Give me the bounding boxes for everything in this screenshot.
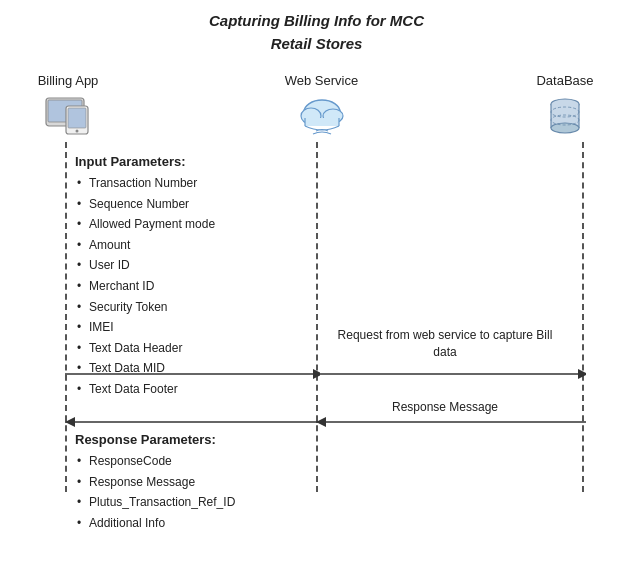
arrow-db-to-ws xyxy=(316,414,586,430)
response-params-list: ResponseCode Response Message Plutus_Tra… xyxy=(75,451,295,533)
database-icon xyxy=(543,94,587,138)
sequence-diagram: Input Parameters: Transaction Number Seq… xyxy=(0,142,633,492)
actor-webservice-label: Web Service xyxy=(285,73,358,88)
arrow-ws-to-db xyxy=(316,366,586,382)
actors-row: Billing App Web Service xyxy=(0,73,633,138)
page: Capturing Billing Info for MCC Retail St… xyxy=(0,0,633,565)
svg-marker-23 xyxy=(65,417,75,427)
list-item: IMEI xyxy=(75,317,295,338)
actor-database: DataBase xyxy=(515,73,615,138)
list-item: Text Data Footer xyxy=(75,379,295,400)
list-item: Text Data Header xyxy=(75,338,295,359)
list-item: Transaction Number xyxy=(75,173,295,194)
actor-billing-app: Billing App xyxy=(18,73,118,136)
billing-app-icon xyxy=(38,94,98,136)
arrow-billing-to-ws xyxy=(65,366,320,382)
arrow-ws-to-billing xyxy=(65,414,320,430)
response-params-title: Response Parameters: xyxy=(75,432,295,447)
list-item: Amount xyxy=(75,235,295,256)
response-params-section: Response Parameters: ResponseCode Respon… xyxy=(75,432,295,533)
lifeline-database xyxy=(582,142,584,492)
list-item: Merchant ID xyxy=(75,276,295,297)
list-item: Response Message xyxy=(75,472,295,493)
svg-marker-21 xyxy=(578,369,586,379)
list-item: Security Token xyxy=(75,297,295,318)
lifeline-webservice xyxy=(316,142,318,492)
list-item: User ID xyxy=(75,255,295,276)
input-params-section: Input Parameters: Transaction Number Seq… xyxy=(75,154,295,400)
input-params-title: Input Parameters: xyxy=(75,154,295,169)
svg-rect-8 xyxy=(305,118,339,126)
actor-billing-label: Billing App xyxy=(38,73,99,88)
page-title: Capturing Billing Info for MCC Retail St… xyxy=(0,10,633,55)
list-item: Sequence Number xyxy=(75,194,295,215)
list-item: Allowed Payment mode xyxy=(75,214,295,235)
request-label: Request from web service to capture Bill… xyxy=(330,327,560,361)
svg-marker-25 xyxy=(316,417,326,427)
list-item: Additional Info xyxy=(75,513,295,534)
svg-point-15 xyxy=(551,123,579,133)
actor-web-service: Web Service xyxy=(272,73,372,138)
list-item: Plutus_Transaction_Ref_ID xyxy=(75,492,295,513)
svg-rect-3 xyxy=(68,108,86,128)
web-service-icon xyxy=(293,94,351,138)
svg-point-4 xyxy=(76,130,79,133)
list-item: ResponseCode xyxy=(75,451,295,472)
lifeline-billing xyxy=(65,142,67,492)
response-message-label: Response Message xyxy=(340,400,550,414)
actor-database-label: DataBase xyxy=(536,73,593,88)
